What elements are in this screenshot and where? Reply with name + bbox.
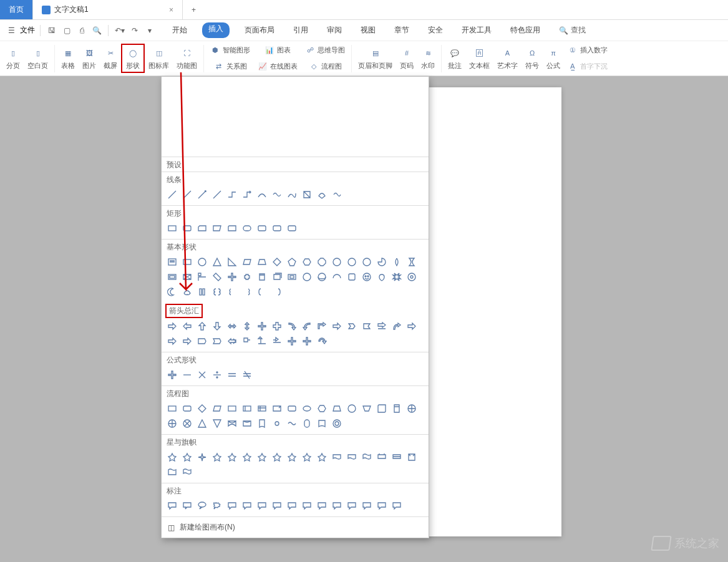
shape-option[interactable]	[331, 500, 342, 511]
shape-option[interactable]	[211, 321, 223, 332]
shape-option[interactable]	[286, 452, 298, 463]
shape-option[interactable]	[286, 418, 298, 429]
shape-option[interactable]	[301, 271, 313, 283]
shape-option[interactable]	[316, 418, 328, 429]
shape-option[interactable]	[316, 500, 328, 511]
shape-option[interactable]	[391, 321, 402, 332]
shape-option[interactable]	[301, 418, 313, 429]
shape-option[interactable]	[167, 271, 178, 283]
shape-option[interactable]	[211, 256, 223, 268]
ribbon-screenshot[interactable]: ✂截屏	[100, 45, 121, 72]
shape-option[interactable]	[241, 336, 253, 347]
shape-option[interactable]	[331, 321, 342, 332]
shape-option[interactable]	[182, 500, 193, 511]
shape-option[interactable]	[211, 418, 223, 429]
shape-option[interactable]	[301, 256, 313, 268]
shape-option[interactable]	[211, 336, 223, 347]
shape-option[interactable]	[376, 321, 387, 332]
shape-option[interactable]	[167, 321, 178, 332]
shape-option[interactable]	[241, 403, 253, 414]
shape-option[interactable]	[331, 452, 342, 463]
shape-option[interactable]	[361, 452, 372, 463]
ribbon-textbox[interactable]: 🄰文本框	[465, 45, 493, 72]
ribbon-image[interactable]: 🖼图片	[79, 45, 100, 72]
chevron-down-icon[interactable]: ▾	[143, 24, 156, 37]
shape-option[interactable]	[271, 271, 283, 283]
ribbon-iconlib[interactable]: ◫图标库	[145, 45, 173, 72]
shape-option[interactable]	[271, 223, 283, 234]
menu-tab-special[interactable]: 特色应用	[507, 22, 544, 38]
shape-option[interactable]	[182, 189, 193, 200]
shape-option[interactable]	[331, 403, 342, 414]
shape-option[interactable]	[256, 403, 268, 414]
shape-option[interactable]	[167, 369, 178, 380]
menu-tab-chapter[interactable]: 章节	[391, 22, 413, 38]
shape-option[interactable]	[286, 336, 298, 347]
shape-option[interactable]	[346, 256, 357, 268]
shape-option[interactable]	[182, 321, 193, 332]
shape-option[interactable]	[197, 271, 208, 283]
ribbon-comment[interactable]: 💬批注	[444, 45, 465, 72]
shape-option[interactable]	[346, 452, 357, 463]
ribbon-wordart[interactable]: A艺术字	[493, 45, 522, 72]
shape-option[interactable]	[376, 256, 387, 268]
shape-option[interactable]	[391, 256, 402, 268]
ribbon-symbol[interactable]: Ω符号	[522, 45, 543, 72]
shape-option[interactable]	[361, 256, 372, 268]
shape-option[interactable]	[271, 500, 283, 511]
shape-option[interactable]	[197, 369, 208, 380]
shape-option[interactable]	[346, 321, 357, 332]
shape-option[interactable]	[331, 189, 342, 200]
shape-option[interactable]	[361, 500, 372, 511]
shape-option[interactable]	[167, 467, 178, 478]
tab-new-button[interactable]: +	[183, 0, 205, 19]
shape-option[interactable]	[361, 271, 372, 283]
shape-option[interactable]	[256, 452, 268, 463]
shape-option[interactable]	[331, 256, 342, 268]
shapes-new-canvas[interactable]: ◫ 新建绘图画布(N)	[162, 516, 429, 538]
shape-option[interactable]	[197, 256, 208, 268]
shape-option[interactable]	[346, 403, 357, 414]
shape-option[interactable]	[182, 452, 193, 463]
shape-option[interactable]	[391, 403, 402, 414]
shape-option[interactable]	[286, 189, 298, 200]
shape-option[interactable]	[346, 500, 357, 511]
shape-option[interactable]	[286, 500, 298, 511]
ribbon-watermark[interactable]: ≋水印	[417, 45, 439, 72]
shape-option[interactable]	[286, 256, 298, 268]
shape-option[interactable]	[182, 256, 193, 268]
shape-option[interactable]	[406, 452, 417, 463]
ribbon-insnum[interactable]: ①插入数字	[564, 42, 611, 59]
shape-option[interactable]	[316, 321, 328, 332]
shape-option[interactable]	[182, 223, 193, 234]
shape-option[interactable]	[361, 321, 372, 332]
shape-option[interactable]	[301, 336, 313, 347]
shape-option[interactable]	[256, 336, 268, 347]
shape-option[interactable]	[301, 500, 313, 511]
tab-home[interactable]: 首页	[0, 0, 33, 19]
shape-option[interactable]	[241, 271, 253, 283]
shape-option[interactable]	[197, 336, 208, 347]
shape-option[interactable]	[167, 286, 178, 298]
shape-option[interactable]	[376, 500, 387, 511]
shape-option[interactable]	[211, 189, 223, 200]
shape-option[interactable]	[226, 189, 238, 200]
shape-option[interactable]	[241, 189, 253, 200]
shape-option[interactable]	[167, 336, 178, 347]
shape-option[interactable]	[271, 403, 283, 414]
shape-option[interactable]	[286, 321, 298, 332]
shape-option[interactable]	[316, 403, 328, 414]
shape-option[interactable]	[316, 271, 328, 283]
shape-option[interactable]	[376, 271, 387, 283]
shape-option[interactable]	[167, 452, 178, 463]
shape-option[interactable]	[406, 256, 417, 268]
ribbon-shapes[interactable]: ◯形状	[121, 44, 145, 73]
shape-option[interactable]	[256, 321, 268, 332]
shape-option[interactable]	[197, 500, 208, 511]
hamburger-icon[interactable]: ☰	[5, 24, 17, 37]
shape-option[interactable]	[241, 452, 253, 463]
shape-option[interactable]	[256, 500, 268, 511]
shape-option[interactable]	[361, 403, 372, 414]
shape-option[interactable]	[167, 223, 178, 234]
shape-option[interactable]	[197, 286, 208, 298]
